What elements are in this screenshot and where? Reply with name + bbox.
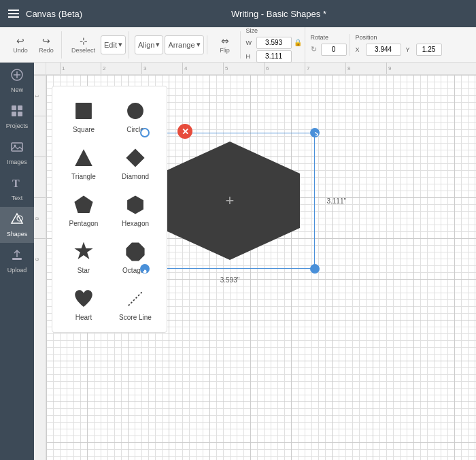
hexagon-icon <box>122 191 149 218</box>
handle-bottom-right[interactable] <box>310 264 320 274</box>
deselect-button[interactable]: ⊹ Deselect <box>67 31 99 59</box>
rotate-input[interactable] <box>321 44 347 56</box>
undo-icon: ↩ <box>16 35 24 46</box>
size-fields: Size W 🔒 H <box>246 27 302 63</box>
pentagon-icon <box>70 191 97 218</box>
upload-icon <box>10 248 24 265</box>
svg-rect-4 <box>18 105 22 110</box>
align-arrange-group: Align ▾ Arrange ▾ <box>132 35 207 54</box>
app-header: Canvas (Beta) Writing - Basic Shapes * <box>0 0 476 27</box>
shape-circle[interactable]: Circle <box>112 95 158 136</box>
shapes-panel: Square Circle Triangle <box>52 86 167 333</box>
svg-point-14 <box>127 103 143 119</box>
ruler-v-mark-3 <box>34 157 46 197</box>
undo-redo-group: ↩ Undo ↪ Redo <box>5 31 62 59</box>
octagon-icon <box>122 238 149 265</box>
rotate-row: ↻ <box>311 44 347 56</box>
redo-label: Redo <box>39 47 54 54</box>
ruler-h-row: 1 2 3 4 5 6 7 8 9 <box>34 63 476 75</box>
ruler-v-mark-2 <box>34 116 46 157</box>
shape-triangle[interactable]: Triangle <box>61 142 107 183</box>
shape-diamond[interactable]: Diamond <box>112 142 158 183</box>
sidebar-item-new[interactable]: New <box>0 63 34 99</box>
width-input[interactable] <box>256 37 292 49</box>
sidebar-item-shapes[interactable]: Shapes <box>0 207 34 243</box>
flip-button[interactable]: ⇔ Flip <box>213 31 237 59</box>
shape-hexagon[interactable]: Hexagon <box>112 188 158 230</box>
shape-pentagon[interactable]: Pentagon <box>61 188 107 230</box>
canvas-container[interactable]: Square Circle Triangle <box>46 75 476 460</box>
svg-marker-19 <box>74 242 92 260</box>
handle-bottom-left[interactable] <box>140 264 150 274</box>
ruler-mark-4: 4 <box>182 63 223 75</box>
sidebar-item-upload[interactable]: Upload <box>0 243 34 279</box>
header-left: Canvas (Beta) <box>8 9 90 19</box>
height-label: H <box>246 53 254 60</box>
redo-icon: ↪ <box>42 35 50 46</box>
sidebar-item-images[interactable]: Images <box>0 135 34 171</box>
pentagon-label: Pentagon <box>69 220 99 227</box>
square-label: Square <box>73 126 95 133</box>
text-icon: T <box>10 176 24 193</box>
handle-top-right[interactable] <box>310 128 320 137</box>
svg-text:T: T <box>12 178 20 189</box>
size-group: Size W 🔒 H <box>243 27 305 63</box>
handle-top-left[interactable] <box>140 128 150 137</box>
svg-line-21 <box>129 292 142 306</box>
pos-y-input[interactable] <box>416 44 442 56</box>
flip-icon: ⇔ <box>221 35 229 46</box>
undo-label: Undo <box>13 47 28 54</box>
pos-x-input[interactable] <box>366 44 401 56</box>
shape-star[interactable]: Star <box>61 235 107 277</box>
edit-dropdown[interactable]: Edit ▾ <box>101 35 126 54</box>
undo-button[interactable]: ↩ Undo <box>8 31 33 59</box>
position-label: Position <box>356 34 442 41</box>
circle-icon <box>122 97 149 125</box>
svg-rect-7 <box>12 143 22 151</box>
shape-heart[interactable]: Heart <box>61 282 107 324</box>
shape-square[interactable]: Square <box>61 95 107 136</box>
position-group: Position X Y <box>353 34 445 56</box>
diamond-label: Diamond <box>122 173 149 180</box>
pos-x-label: X <box>356 46 364 53</box>
height-row: H <box>246 50 302 63</box>
sidebar-item-projects[interactable]: Projects <box>0 99 34 135</box>
svg-marker-20 <box>126 242 144 261</box>
svg-marker-18 <box>127 195 143 214</box>
score-line-icon <box>122 285 149 312</box>
doc-title: Writing - Basic Shapes <box>231 9 320 19</box>
ruler-vertical: 1 8 9 <box>34 75 46 460</box>
edit-label: Edit <box>104 41 117 49</box>
arrange-dropdown[interactable]: Arrange ▾ <box>165 35 203 54</box>
lock-icon[interactable]: 🔒 <box>294 39 302 46</box>
menu-icon[interactable] <box>8 10 19 18</box>
redo-button[interactable]: ↪ Redo <box>34 31 58 59</box>
delete-button[interactable]: ✕ <box>177 124 192 139</box>
svg-rect-12 <box>12 258 22 260</box>
ruler-v-mark-1: 1 <box>34 75 46 116</box>
shape-score-line[interactable]: Score Line <box>112 282 158 324</box>
align-label: Align <box>138 41 154 49</box>
svg-rect-13 <box>75 103 92 119</box>
rotate-icon: ↻ <box>311 45 317 54</box>
ruler-horizontal: 1 2 3 4 5 6 7 8 9 <box>46 63 476 75</box>
sidebar-label-text: Text <box>12 195 23 201</box>
svg-rect-6 <box>18 112 22 116</box>
sidebar-label-projects: Projects <box>6 122 29 129</box>
arrange-chevron: ▾ <box>197 40 201 49</box>
ruler-corner <box>34 63 46 75</box>
svg-marker-17 <box>74 195 92 213</box>
hexagon-label: Hexagon <box>122 220 149 227</box>
select-group: ⊹ Deselect Edit ▾ <box>65 31 129 59</box>
sidebar-label-images: Images <box>7 159 27 165</box>
align-dropdown[interactable]: Align ▾ <box>135 35 163 54</box>
hex-selection-container[interactable]: ✕ + <box>145 133 315 269</box>
height-input[interactable] <box>256 50 292 63</box>
doc-title-area: Writing - Basic Shapes * <box>90 9 468 19</box>
sidebar-item-text[interactable]: T Text <box>0 171 34 207</box>
shape-octagon[interactable]: Octagon <box>112 235 158 277</box>
toolbar: ↩ Undo ↪ Redo ⊹ Deselect Edit ▾ Align ▾ … <box>0 27 476 63</box>
shapes-icon <box>10 212 24 229</box>
star-icon <box>70 238 97 265</box>
ruler-h-marks: 1 2 3 4 5 6 7 8 9 <box>60 63 427 75</box>
